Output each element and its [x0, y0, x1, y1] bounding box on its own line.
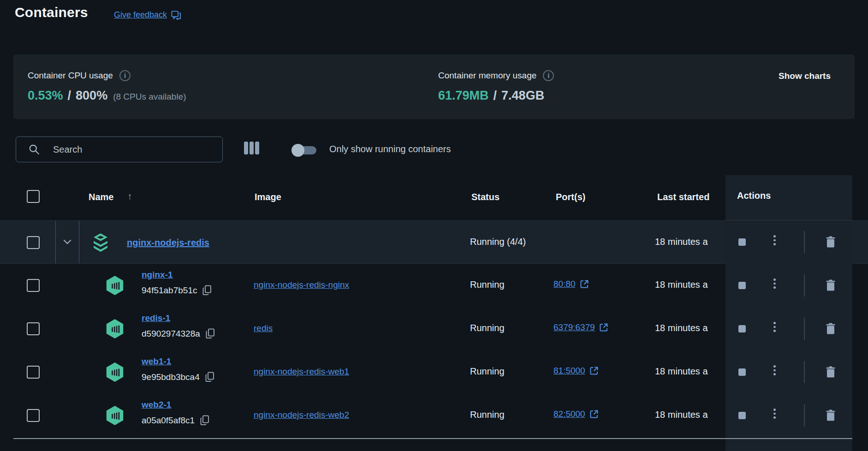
column-header-ports[interactable]: Port(s)	[556, 192, 585, 202]
port-link[interactable]: 82:5000	[553, 409, 585, 419]
row-checkbox[interactable]	[27, 409, 40, 422]
copy-icon	[202, 285, 212, 296]
memory-usage-label: Container memory usage	[438, 71, 536, 81]
status-cell: Running	[470, 323, 505, 333]
sort-asc-icon: ↑	[127, 191, 132, 202]
status-cell: Running	[470, 279, 505, 290]
actions-column-overlay: Actions	[725, 175, 852, 451]
kebab-menu-icon[interactable]	[773, 409, 776, 419]
feedback-icon	[171, 11, 181, 20]
cpu-count-note: (8 CPUs available)	[113, 92, 186, 102]
actions-header-divider	[725, 220, 852, 220]
container-name-link[interactable]: redis-1	[142, 313, 170, 323]
port-link[interactable]: 80:80	[553, 279, 576, 289]
container-name-link[interactable]: web1-1	[142, 356, 171, 367]
trash-icon[interactable]	[825, 236, 836, 248]
actions-divider	[804, 404, 805, 427]
search-box[interactable]	[16, 136, 223, 162]
column-header-actions: Actions	[737, 190, 771, 201]
external-link-icon[interactable]	[589, 409, 599, 419]
column-settings-button[interactable]	[244, 142, 260, 155]
last-started-cell: 18 minutes a	[655, 323, 708, 333]
column-header-image[interactable]: Image	[255, 192, 281, 202]
expand-chevron-icon	[63, 239, 72, 245]
row-actions	[725, 274, 852, 297]
compose-group-name-link[interactable]: nginx-nodejs-redis	[127, 237, 209, 248]
row-checkbox[interactable]	[27, 236, 40, 249]
kebab-menu-icon[interactable]	[773, 322, 776, 332]
copy-icon	[200, 415, 209, 426]
stop-icon[interactable]	[738, 282, 746, 289]
search-icon	[28, 143, 40, 155]
kebab-menu-icon[interactable]	[773, 365, 776, 375]
row-checkbox[interactable]	[27, 366, 40, 379]
stop-icon[interactable]	[738, 325, 746, 332]
image-link[interactable]: nginx-nodejs-redis-nginx	[254, 280, 349, 290]
compose-stack-icon	[89, 231, 112, 254]
actions-divider	[804, 318, 805, 340]
column-header-last-started[interactable]: Last started	[657, 192, 709, 202]
container-id: d5902974328a	[142, 329, 200, 339]
trash-icon[interactable]	[825, 366, 836, 378]
memory-usage-stat: Container memory usage i 61.79MB / 7.48G…	[438, 70, 554, 103]
row-actions	[725, 231, 852, 253]
row-checkbox[interactable]	[27, 322, 40, 335]
status-cell: Running	[470, 366, 505, 377]
external-link-icon[interactable]	[599, 323, 608, 332]
stop-icon[interactable]	[738, 412, 746, 419]
container-hexagon-icon	[104, 404, 126, 427]
cpu-usage-stat: Container CPU usage i 0.53% / 800% (8 CP…	[28, 70, 186, 103]
image-link[interactable]: redis	[254, 323, 273, 333]
search-input[interactable]	[52, 144, 217, 155]
row-actions	[725, 318, 852, 340]
show-charts-button[interactable]: Show charts	[779, 71, 831, 81]
kebab-menu-icon[interactable]	[773, 235, 776, 245]
container-name-link[interactable]: web2-1	[142, 400, 171, 410]
give-feedback-link[interactable]: Give feedback	[114, 10, 181, 20]
port-link[interactable]: 81:5000	[553, 366, 585, 376]
copy-id-button[interactable]	[205, 372, 214, 382]
select-all-checkbox[interactable]	[27, 190, 40, 203]
status-cell: Running	[470, 409, 505, 420]
copy-icon	[206, 328, 215, 339]
container-id: 94f51ab7b51c	[142, 285, 197, 296]
trash-icon[interactable]	[825, 323, 836, 335]
image-link[interactable]: nginx-nodejs-redis-web1	[254, 367, 349, 377]
copy-id-button[interactable]	[202, 285, 212, 296]
actions-divider	[804, 274, 805, 297]
container-hexagon-icon	[104, 361, 126, 383]
trash-icon[interactable]	[825, 279, 836, 291]
cpu-usage-label: Container CPU usage	[28, 71, 113, 81]
container-id: 9e95bdb3bca4	[142, 372, 200, 382]
containers-page: Containers Give feedback Container CPU u…	[0, 0, 868, 451]
copy-id-button[interactable]	[200, 415, 209, 426]
info-icon[interactable]: i	[543, 70, 554, 81]
stop-icon[interactable]	[738, 238, 746, 246]
container-id: a05a0f5af8c1	[142, 415, 195, 426]
last-started-cell: 18 minutes a	[655, 409, 708, 420]
copy-id-button[interactable]	[206, 328, 215, 339]
stop-icon[interactable]	[738, 368, 746, 376]
column-header-status[interactable]: Status	[471, 192, 499, 202]
running-only-toggle[interactable]	[291, 143, 319, 158]
external-link-icon[interactable]	[580, 279, 589, 289]
table-bottom-border	[13, 438, 852, 439]
actions-divider	[804, 361, 805, 383]
cpu-usage-value: 0.53%	[28, 89, 63, 103]
trash-icon[interactable]	[825, 409, 836, 421]
port-link[interactable]: 6379:6379	[553, 322, 595, 332]
column-header-name[interactable]: Name	[89, 192, 113, 202]
actions-divider	[804, 231, 805, 253]
info-icon[interactable]: i	[119, 70, 131, 81]
image-link[interactable]: nginx-nodejs-redis-web2	[254, 410, 349, 420]
resource-usage-panel: Container CPU usage i 0.53% / 800% (8 CP…	[13, 54, 855, 119]
row-checkbox[interactable]	[27, 279, 40, 292]
status-cell: Running (4/4)	[470, 237, 526, 247]
collapse-group-button[interactable]	[55, 221, 79, 263]
running-only-toggle-label: Only show running containers	[329, 144, 451, 154]
external-link-icon[interactable]	[589, 366, 599, 375]
kebab-menu-icon[interactable]	[773, 279, 776, 289]
memory-usage-value: 61.79MB	[438, 89, 489, 103]
page-title: Containers	[15, 5, 88, 20]
container-name-link[interactable]: nginx-1	[142, 270, 173, 280]
